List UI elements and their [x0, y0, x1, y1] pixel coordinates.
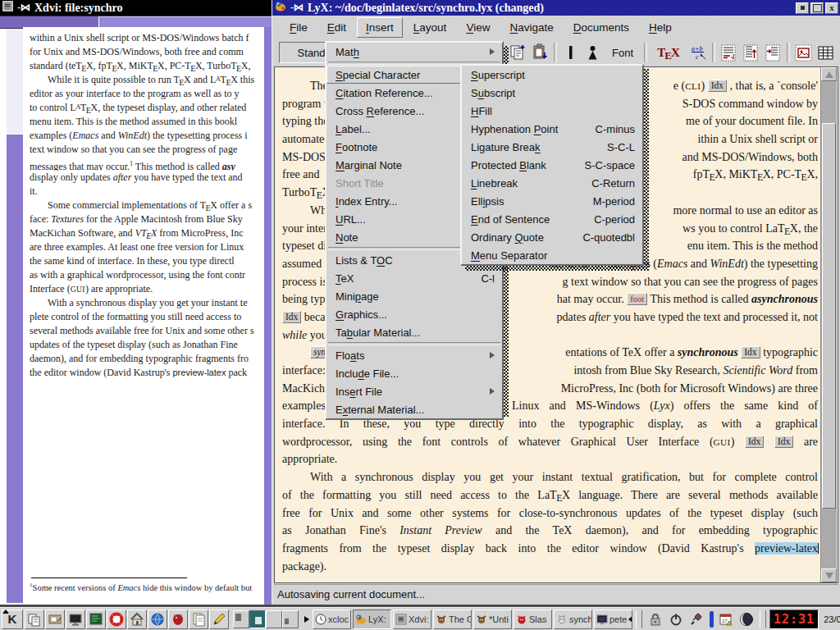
- window-list-launcher[interactable]: [25, 609, 44, 629]
- panel-handle[interactable]: [636, 610, 642, 628]
- pager-desktop-3[interactable]: [266, 610, 282, 628]
- task-button-theg[interactable]: The G: [433, 609, 472, 629]
- footnote-inset[interactable]: foot: [627, 293, 647, 305]
- k-menu-button[interactable]: K: [2, 609, 23, 629]
- document-line: wordprocessor, using the font controls o…: [282, 433, 818, 451]
- xdvi-titlebar[interactable]: -⋈ Xdvi: file:synchro: [0, 0, 272, 16]
- help-launcher[interactable]: [107, 609, 126, 629]
- index-inset[interactable]: Idx: [745, 436, 764, 448]
- insert-margin-note-button[interactable]: [740, 42, 762, 64]
- digital-clock[interactable]: 12:31: [769, 609, 819, 629]
- menu-item-floats[interactable]: Floats: [326, 346, 502, 364]
- emphasis-button[interactable]: [559, 42, 582, 64]
- scroll-up-arrow[interactable]: [821, 67, 837, 81]
- lyx-scroll-thumb[interactable]: [822, 123, 836, 509]
- browser-launcher[interactable]: [148, 609, 167, 629]
- moon-applet-icon[interactable]: [737, 609, 756, 629]
- submenu-item-subscript[interactable]: Subscript: [462, 84, 642, 102]
- change-depth-button[interactable]: [762, 42, 784, 64]
- editor-launcher[interactable]: [209, 609, 229, 629]
- menubar-item-file[interactable]: File: [281, 17, 317, 38]
- index-inset[interactable]: Idx: [708, 80, 727, 92]
- task-button-pete[interactable]: pete: [594, 609, 632, 629]
- submenu-item-end-of-sentence[interactable]: End of SentenceC-period: [462, 210, 642, 228]
- svg-text:17: 17: [722, 619, 728, 623]
- task-button-lyx[interactable]: LyX:: [353, 609, 391, 629]
- panel-handle[interactable]: [760, 610, 766, 628]
- terminal-launcher[interactable]: [66, 609, 85, 629]
- submenu-item-linebreak[interactable]: LinebreakC-Return: [462, 174, 642, 192]
- window-pin-icon[interactable]: -⋈: [290, 2, 304, 14]
- pager-desktop-4[interactable]: [282, 610, 299, 628]
- mail-launcher[interactable]: [168, 609, 188, 629]
- noun-button[interactable]: [582, 42, 604, 64]
- xdvi-text-line: daemon), and for embedding typographic f…: [30, 352, 264, 366]
- xdvi-hscroll-thumb[interactable]: [98, 16, 272, 28]
- menubar-item-documents[interactable]: Documents: [564, 17, 638, 38]
- lock-applet-icon[interactable]: [646, 609, 665, 629]
- calendar-applet-icon[interactable]: 17: [716, 609, 736, 629]
- xdvi-right-border: [263, 27, 272, 605]
- index-inset[interactable]: Idx: [282, 311, 301, 323]
- notes-launcher[interactable]: [189, 609, 208, 629]
- task-button-*unti[interactable]: *Unti: [473, 609, 512, 629]
- power-applet-icon[interactable]: [666, 609, 686, 629]
- index-inset[interactable]: Idx: [774, 436, 793, 448]
- lyx-vertical-scrollbar[interactable]: [820, 67, 837, 582]
- menu-item-include-file[interactable]: Include File...: [326, 364, 502, 382]
- menubar-item-help[interactable]: Help: [640, 17, 681, 38]
- pager-desktop-1[interactable]: [233, 610, 249, 628]
- insert-footnote-button[interactable]: [718, 42, 740, 64]
- submenu-item-hfill[interactable]: HFill: [462, 102, 642, 120]
- task-button-xdvi[interactable]: Xdvi:: [393, 609, 431, 629]
- menu-item-tex[interactable]: TeXC-l: [326, 269, 502, 287]
- window-pin-icon[interactable]: -⋈: [17, 2, 30, 14]
- submenu-item-ordinary-quote[interactable]: Ordinary QuoteC-quotedbl: [462, 228, 642, 246]
- submenu-item-hyphenation-point[interactable]: Hyphenation PointC-minus: [462, 120, 642, 138]
- menu-item-graphics[interactable]: Graphics...: [326, 305, 502, 323]
- submenu-item-superscript[interactable]: Superscript: [462, 66, 642, 84]
- pager-desktop-2[interactable]: [249, 610, 266, 628]
- insert-figure-button[interactable]: [792, 42, 815, 64]
- xdvi-vscroll-thumb[interactable]: [7, 134, 23, 603]
- menubar-item-layout[interactable]: Layout: [404, 17, 456, 38]
- show-desktop-launcher[interactable]: [45, 609, 65, 629]
- plug-applet-icon[interactable]: [687, 609, 706, 629]
- klipper-bar-applet-icon[interactable]: [707, 609, 715, 629]
- menu-item-insert-file[interactable]: Insert File: [326, 382, 502, 400]
- task-button-xcloc[interactable]: xcloc: [313, 609, 351, 629]
- menubar-item-edit[interactable]: Edit: [318, 17, 355, 38]
- xdvi-page[interactable]: within a Unix shell script or MS-DOS/Win…: [23, 27, 264, 603]
- math-mode-button[interactable]: a+bc: [687, 42, 710, 64]
- menubar-item-navigate[interactable]: Navigate: [500, 17, 562, 38]
- submenu-item-ligature-break[interactable]: Ligature BreakS-C-L: [462, 138, 642, 156]
- menubar-item-insert[interactable]: Insert: [357, 17, 403, 38]
- task-button-synch[interactable]: synch: [554, 609, 592, 629]
- iconify-button[interactable]: [796, 2, 809, 14]
- paste-button[interactable]: [529, 42, 551, 64]
- task-scroll-left-arrow[interactable]: [303, 610, 311, 628]
- menu-item-tabular-material[interactable]: Tabular Material...: [326, 323, 502, 341]
- menubar-item-view[interactable]: View: [457, 17, 499, 38]
- close-button[interactable]: x: [825, 2, 838, 14]
- index-inset[interactable]: Idx: [741, 346, 760, 358]
- font-button[interactable]: Font: [604, 42, 641, 64]
- lyx-titlebar[interactable]: -⋈ LyX: ~/doc/beginlatex/src/synchro.lyx…: [272, 0, 840, 16]
- copy-button[interactable]: [507, 42, 529, 64]
- submenu-item-menu-separator[interactable]: Menu Separator: [462, 246, 642, 264]
- insert-table-button[interactable]: [815, 42, 837, 64]
- menu-item-external-material[interactable]: External Material...: [326, 400, 502, 418]
- submenu-item-protected-blank[interactable]: Protected BlankS-C-space: [462, 156, 642, 174]
- scroll-down-arrow[interactable]: [821, 568, 837, 582]
- task-button-slas[interactable]: Slas: [514, 609, 552, 629]
- xdvi-text-line: While it is quite possible to run TEX an…: [30, 73, 264, 87]
- console-launcher[interactable]: [86, 609, 106, 629]
- xdvi-vertical-scrollbar[interactable]: [7, 29, 23, 603]
- home-launcher[interactable]: [127, 609, 147, 629]
- menu-item-minipage[interactable]: Minipage: [326, 287, 502, 305]
- submenu-item-ellipsis[interactable]: EllipsisM-period: [462, 192, 642, 210]
- maximize-button[interactable]: [810, 2, 824, 14]
- submenu-arrow-icon: [490, 48, 495, 55]
- tex-mode-button[interactable]: TEX: [650, 42, 687, 64]
- menu-item-math[interactable]: Math: [326, 43, 502, 61]
